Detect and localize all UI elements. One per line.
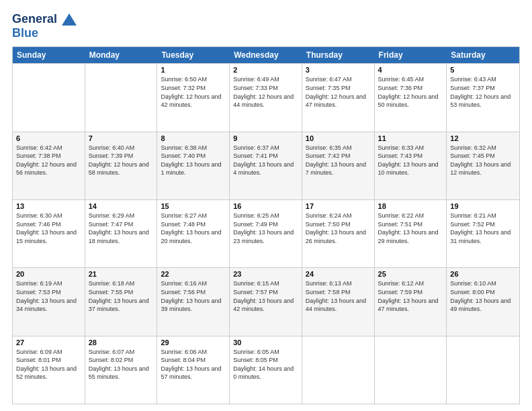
day-info: Sunrise: 6:06 AM Sunset: 8:04 PM Dayligh… (161, 348, 226, 381)
day-info: Sunrise: 6:09 AM Sunset: 8:01 PM Dayligh… (16, 348, 81, 381)
calendar-cell: 11Sunrise: 6:33 AM Sunset: 7:43 PM Dayli… (375, 132, 447, 199)
calendar-cell: 19Sunrise: 6:21 AM Sunset: 7:52 PM Dayli… (447, 200, 519, 267)
logo-blue: Blue (12, 26, 77, 40)
day-info: Sunrise: 6:49 AM Sunset: 7:33 PM Dayligh… (233, 75, 298, 109)
day-info: Sunrise: 6:40 AM Sunset: 7:39 PM Dayligh… (89, 144, 154, 177)
calendar-cell: 22Sunrise: 6:16 AM Sunset: 7:56 PM Dayli… (157, 268, 230, 335)
calendar-cell (85, 64, 158, 131)
day-info: Sunrise: 6:25 AM Sunset: 7:49 PM Dayligh… (233, 212, 298, 245)
page: General Blue SundayMondayTuesdayWednesda… (0, 0, 532, 411)
calendar-week: 20Sunrise: 6:19 AM Sunset: 7:53 PM Dayli… (13, 267, 519, 335)
day-info: Sunrise: 6:24 AM Sunset: 7:50 PM Dayligh… (306, 212, 371, 245)
calendar-cell: 8Sunrise: 6:38 AM Sunset: 7:40 PM Daylig… (157, 132, 230, 199)
day-number: 14 (89, 202, 154, 210)
day-number: 28 (89, 338, 154, 347)
day-number: 9 (233, 134, 298, 142)
day-info: Sunrise: 6:19 AM Sunset: 7:53 PM Dayligh… (16, 279, 81, 313)
day-number: 7 (89, 134, 154, 142)
day-info: Sunrise: 6:42 AM Sunset: 7:38 PM Dayligh… (16, 144, 81, 177)
day-number: 29 (161, 338, 226, 347)
calendar: SundayMondayTuesdayWednesdayThursdayFrid… (12, 46, 520, 404)
calendar-cell (302, 336, 375, 404)
day-number: 1 (161, 66, 226, 74)
day-info: Sunrise: 6:33 AM Sunset: 7:43 PM Dayligh… (378, 144, 443, 177)
day-info: Sunrise: 6:32 AM Sunset: 7:45 PM Dayligh… (450, 144, 516, 177)
calendar-week: 27Sunrise: 6:09 AM Sunset: 8:01 PM Dayli… (13, 336, 519, 404)
day-info: Sunrise: 6:07 AM Sunset: 8:02 PM Dayligh… (89, 348, 154, 381)
calendar-header: SundayMondayTuesdayWednesdayThursdayFrid… (13, 47, 519, 63)
weekday-header: Saturday (447, 47, 519, 63)
logo: General Blue (12, 12, 77, 40)
day-number: 8 (161, 134, 226, 142)
calendar-cell: 30Sunrise: 6:05 AM Sunset: 8:05 PM Dayli… (230, 336, 302, 404)
calendar-week: 6Sunrise: 6:42 AM Sunset: 7:38 PM Daylig… (13, 132, 519, 199)
header: General Blue (12, 12, 520, 40)
day-number: 16 (233, 202, 298, 210)
day-number: 5 (450, 66, 516, 74)
calendar-cell: 5Sunrise: 6:43 AM Sunset: 7:37 PM Daylig… (447, 64, 519, 131)
day-number: 17 (306, 202, 371, 210)
calendar-cell: 7Sunrise: 6:40 AM Sunset: 7:39 PM Daylig… (85, 132, 158, 199)
calendar-cell: 25Sunrise: 6:12 AM Sunset: 7:59 PM Dayli… (375, 268, 447, 335)
calendar-cell: 12Sunrise: 6:32 AM Sunset: 7:45 PM Dayli… (447, 132, 519, 199)
day-number: 12 (450, 134, 516, 142)
calendar-week: 1Sunrise: 6:50 AM Sunset: 7:32 PM Daylig… (13, 63, 519, 131)
weekday-header: Thursday (302, 47, 375, 63)
calendar-cell (375, 336, 447, 404)
day-info: Sunrise: 6:45 AM Sunset: 7:36 PM Dayligh… (378, 75, 443, 109)
day-info: Sunrise: 6:05 AM Sunset: 8:05 PM Dayligh… (233, 348, 298, 381)
calendar-cell (447, 336, 519, 404)
day-number: 2 (233, 66, 298, 74)
svg-marker-0 (62, 13, 77, 26)
calendar-cell: 6Sunrise: 6:42 AM Sunset: 7:38 PM Daylig… (13, 132, 85, 199)
day-info: Sunrise: 6:12 AM Sunset: 7:59 PM Dayligh… (378, 279, 443, 313)
calendar-week: 13Sunrise: 6:30 AM Sunset: 7:46 PM Dayli… (13, 199, 519, 267)
calendar-cell: 29Sunrise: 6:06 AM Sunset: 8:04 PM Dayli… (157, 336, 230, 404)
day-info: Sunrise: 6:29 AM Sunset: 7:47 PM Dayligh… (89, 212, 154, 245)
day-info: Sunrise: 6:27 AM Sunset: 7:48 PM Dayligh… (161, 212, 226, 245)
day-number: 26 (450, 270, 516, 278)
day-info: Sunrise: 6:38 AM Sunset: 7:40 PM Dayligh… (161, 144, 226, 177)
day-number: 24 (306, 270, 371, 278)
calendar-cell: 3Sunrise: 6:47 AM Sunset: 7:35 PM Daylig… (302, 64, 375, 131)
calendar-cell (13, 64, 85, 131)
calendar-cell: 20Sunrise: 6:19 AM Sunset: 7:53 PM Dayli… (13, 268, 85, 335)
day-number: 13 (16, 202, 81, 210)
day-number: 27 (16, 338, 81, 347)
calendar-cell: 18Sunrise: 6:22 AM Sunset: 7:51 PM Dayli… (375, 200, 447, 267)
day-number: 19 (450, 202, 516, 210)
calendar-cell: 1Sunrise: 6:50 AM Sunset: 7:32 PM Daylig… (157, 64, 230, 131)
day-number: 18 (378, 202, 443, 210)
day-number: 4 (378, 66, 443, 74)
day-number: 25 (378, 270, 443, 278)
day-info: Sunrise: 6:47 AM Sunset: 7:35 PM Dayligh… (306, 75, 371, 109)
calendar-cell: 24Sunrise: 6:13 AM Sunset: 7:58 PM Dayli… (302, 268, 375, 335)
day-info: Sunrise: 6:22 AM Sunset: 7:51 PM Dayligh… (378, 212, 443, 245)
day-info: Sunrise: 6:21 AM Sunset: 7:52 PM Dayligh… (450, 212, 516, 245)
calendar-cell: 26Sunrise: 6:10 AM Sunset: 8:00 PM Dayli… (447, 268, 519, 335)
day-number: 23 (233, 270, 298, 278)
weekday-header: Tuesday (157, 47, 230, 63)
day-info: Sunrise: 6:35 AM Sunset: 7:42 PM Dayligh… (306, 144, 371, 177)
day-info: Sunrise: 6:10 AM Sunset: 8:00 PM Dayligh… (450, 279, 516, 313)
day-number: 3 (306, 66, 371, 74)
day-info: Sunrise: 6:18 AM Sunset: 7:55 PM Dayligh… (89, 279, 154, 313)
day-info: Sunrise: 6:30 AM Sunset: 7:46 PM Dayligh… (16, 212, 81, 245)
day-info: Sunrise: 6:43 AM Sunset: 7:37 PM Dayligh… (450, 75, 516, 109)
day-number: 10 (306, 134, 371, 142)
weekday-header: Sunday (13, 47, 85, 63)
weekday-header: Monday (85, 47, 158, 63)
calendar-cell: 28Sunrise: 6:07 AM Sunset: 8:02 PM Dayli… (85, 336, 158, 404)
calendar-cell: 10Sunrise: 6:35 AM Sunset: 7:42 PM Dayli… (302, 132, 375, 199)
day-number: 21 (89, 270, 154, 278)
calendar-cell: 27Sunrise: 6:09 AM Sunset: 8:01 PM Dayli… (13, 336, 85, 404)
calendar-cell: 13Sunrise: 6:30 AM Sunset: 7:46 PM Dayli… (13, 200, 85, 267)
day-number: 20 (16, 270, 81, 278)
calendar-cell: 21Sunrise: 6:18 AM Sunset: 7:55 PM Dayli… (85, 268, 158, 335)
calendar-cell: 2Sunrise: 6:49 AM Sunset: 7:33 PM Daylig… (230, 64, 302, 131)
day-number: 15 (161, 202, 226, 210)
day-info: Sunrise: 6:37 AM Sunset: 7:41 PM Dayligh… (233, 144, 298, 177)
logo-triangle-icon (62, 13, 77, 26)
day-info: Sunrise: 6:16 AM Sunset: 7:56 PM Dayligh… (161, 279, 226, 313)
calendar-cell: 4Sunrise: 6:45 AM Sunset: 7:36 PM Daylig… (375, 64, 447, 131)
